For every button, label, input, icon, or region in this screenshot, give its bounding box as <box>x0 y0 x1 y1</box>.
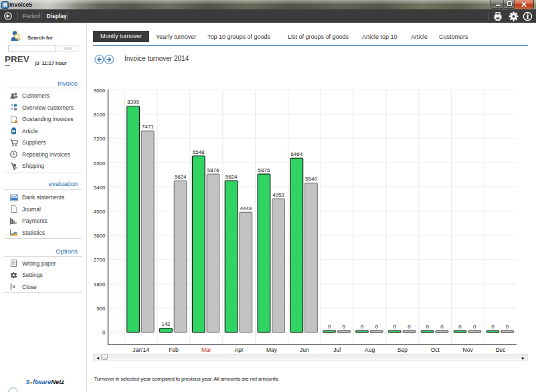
svg-text:2700: 2700 <box>94 257 106 263</box>
svg-text:Mar: Mar <box>201 347 211 353</box>
svg-text:5624: 5624 <box>226 174 238 180</box>
svg-text:Apr: Apr <box>235 347 244 353</box>
svg-text:May: May <box>266 347 278 353</box>
svg-text:4449: 4449 <box>240 205 252 211</box>
svg-text:Sep: Sep <box>397 347 408 353</box>
svg-text:5400: 5400 <box>94 185 106 191</box>
svg-text:7200: 7200 <box>94 136 106 142</box>
svg-text:0: 0 <box>393 324 397 330</box>
svg-text:Jun: Jun <box>300 347 309 353</box>
svg-text:6300: 6300 <box>94 161 106 167</box>
svg-text:0: 0 <box>491 324 495 330</box>
svg-text:0: 0 <box>343 324 346 330</box>
svg-text:0: 0 <box>328 324 331 330</box>
svg-text:5624: 5624 <box>175 174 187 180</box>
svg-text:0: 0 <box>458 324 462 330</box>
svg-text:0: 0 <box>506 324 509 330</box>
svg-text:Oct: Oct <box>431 347 440 353</box>
svg-text:7471: 7471 <box>142 124 154 130</box>
svg-text:8100: 8100 <box>94 112 106 118</box>
svg-text:4953: 4953 <box>272 192 284 198</box>
svg-text:4500: 4500 <box>94 209 106 215</box>
svg-text:0: 0 <box>375 324 378 330</box>
svg-text:Jan'14: Jan'14 <box>132 347 149 353</box>
svg-text:142: 142 <box>161 321 171 327</box>
svg-text:3600: 3600 <box>94 233 106 239</box>
svg-text:6464: 6464 <box>290 151 302 157</box>
svg-text:Jul: Jul <box>333 347 341 353</box>
svg-text:1800: 1800 <box>94 282 106 288</box>
svg-text:6548: 6548 <box>193 149 205 155</box>
svg-text:0: 0 <box>440 324 444 330</box>
svg-text:0: 0 <box>102 330 106 336</box>
svg-text:9000: 9000 <box>94 88 106 94</box>
svg-text:Nov: Nov <box>463 347 474 353</box>
svg-text:Dec: Dec <box>495 347 506 353</box>
svg-text:8395: 8395 <box>127 99 139 105</box>
svg-text:Aug: Aug <box>365 347 375 353</box>
svg-text:5540: 5540 <box>305 176 317 182</box>
svg-text:0: 0 <box>408 324 411 330</box>
svg-text:900: 900 <box>96 306 106 312</box>
svg-text:Feb: Feb <box>169 347 179 353</box>
svg-text:0: 0 <box>473 324 476 330</box>
svg-text:0: 0 <box>426 324 429 330</box>
svg-text:5876: 5876 <box>207 167 219 173</box>
svg-text:0: 0 <box>361 324 364 330</box>
svg-text:5876: 5876 <box>258 167 270 173</box>
